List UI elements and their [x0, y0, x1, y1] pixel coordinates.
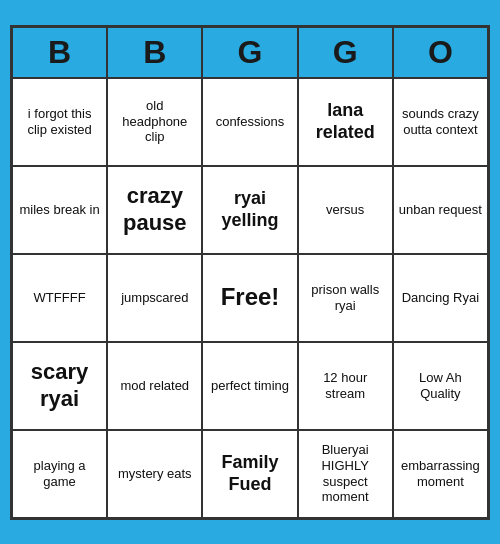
cell-text-19: Low Ah Quality — [398, 370, 483, 401]
bingo-card: BBGGO i forgot this clip existedold head… — [10, 25, 490, 520]
cell-text-20: playing a game — [17, 458, 102, 489]
cell-text-14: Dancing Ryai — [402, 290, 479, 306]
cell-text-24: embarrassing moment — [398, 458, 483, 489]
cell-text-2: confessions — [216, 114, 285, 130]
cell-text-13: prison walls ryai — [303, 282, 388, 313]
cell-text-1: old headphone clip — [112, 98, 197, 145]
bingo-cell-20[interactable]: playing a game — [12, 430, 107, 518]
cell-text-21: mystery eats — [118, 466, 192, 482]
bingo-cell-23[interactable]: Blueryai HIGHLY suspect moment — [298, 430, 393, 518]
bingo-cell-5[interactable]: miles break in — [12, 166, 107, 254]
bingo-cell-19[interactable]: Low Ah Quality — [393, 342, 488, 430]
cell-text-5: miles break in — [19, 202, 99, 218]
bingo-cell-9[interactable]: unban request — [393, 166, 488, 254]
bingo-cell-0[interactable]: i forgot this clip existed — [12, 78, 107, 166]
bingo-cell-14[interactable]: Dancing Ryai — [393, 254, 488, 342]
bingo-cell-22[interactable]: Family Fued — [202, 430, 297, 518]
bingo-cell-15[interactable]: scary ryai — [12, 342, 107, 430]
cell-text-9: unban request — [399, 202, 482, 218]
cell-text-11: jumpscared — [121, 290, 188, 306]
bingo-grid: i forgot this clip existedold headphone … — [12, 78, 488, 518]
bingo-cell-11[interactable]: jumpscared — [107, 254, 202, 342]
cell-text-15: scary ryai — [17, 359, 102, 412]
cell-text-10: WTFFFF — [34, 290, 86, 306]
header-letter-o-4: O — [393, 27, 488, 78]
bingo-cell-2[interactable]: confessions — [202, 78, 297, 166]
cell-text-4: sounds crazy outta context — [398, 106, 483, 137]
cell-text-23: Blueryai HIGHLY suspect moment — [303, 442, 388, 504]
cell-text-22: Family Fued — [207, 452, 292, 495]
bingo-cell-24[interactable]: embarrassing moment — [393, 430, 488, 518]
cell-text-18: 12 hour stream — [303, 370, 388, 401]
bingo-cell-6[interactable]: crazy pause — [107, 166, 202, 254]
bingo-cell-3[interactable]: lana related — [298, 78, 393, 166]
bingo-cell-10[interactable]: WTFFFF — [12, 254, 107, 342]
cell-text-7: ryai yelling — [207, 188, 292, 231]
header-letter-b-0: B — [12, 27, 107, 78]
header-letter-g-2: G — [202, 27, 297, 78]
cell-text-3: lana related — [303, 100, 388, 143]
bingo-cell-17[interactable]: perfect timing — [202, 342, 297, 430]
header-letter-g-3: G — [298, 27, 393, 78]
cell-text-16: mod related — [120, 378, 189, 394]
bingo-cell-8[interactable]: versus — [298, 166, 393, 254]
cell-text-6: crazy pause — [112, 183, 197, 236]
header-row: BBGGO — [12, 27, 488, 78]
bingo-cell-21[interactable]: mystery eats — [107, 430, 202, 518]
cell-text-12: Free! — [221, 283, 280, 312]
cell-text-0: i forgot this clip existed — [17, 106, 102, 137]
bingo-cell-1[interactable]: old headphone clip — [107, 78, 202, 166]
bingo-cell-4[interactable]: sounds crazy outta context — [393, 78, 488, 166]
bingo-cell-12[interactable]: Free! — [202, 254, 297, 342]
bingo-cell-13[interactable]: prison walls ryai — [298, 254, 393, 342]
cell-text-17: perfect timing — [211, 378, 289, 394]
bingo-cell-16[interactable]: mod related — [107, 342, 202, 430]
bingo-cell-18[interactable]: 12 hour stream — [298, 342, 393, 430]
header-letter-b-1: B — [107, 27, 202, 78]
cell-text-8: versus — [326, 202, 364, 218]
bingo-cell-7[interactable]: ryai yelling — [202, 166, 297, 254]
